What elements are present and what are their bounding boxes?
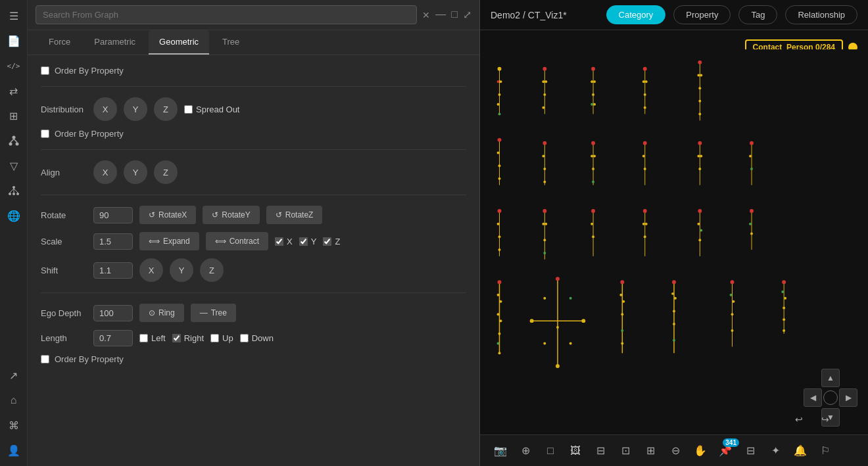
user-icon[interactable]: 👤 xyxy=(3,440,24,461)
svg-point-140 xyxy=(730,294,733,296)
tab-geometric[interactable]: Geometric xyxy=(149,30,209,55)
search-input[interactable] xyxy=(36,5,417,24)
rotate-row: Rotate 90 ↺ RotateX ↺ RotateY ↺ RotateZ xyxy=(41,206,466,224)
align-x-btn[interactable]: X xyxy=(93,160,117,184)
length-up-label: Up xyxy=(222,333,233,343)
menu-icon[interactable]: ☰ xyxy=(3,5,24,26)
distribution-y-btn[interactable]: Y xyxy=(124,97,147,121)
svg-point-126 xyxy=(619,294,622,296)
expand-btn[interactable]: ⟺ Expand xyxy=(139,232,199,250)
svg-point-111 xyxy=(497,342,500,345)
order-by-property-checkbox-2[interactable] xyxy=(41,129,49,138)
arrows-icon[interactable]: ⇄ xyxy=(3,80,24,101)
svg-point-53 xyxy=(542,154,544,157)
scale-x-check: X xyxy=(275,237,293,246)
expand-icon[interactable]: ⤢ xyxy=(463,9,471,21)
scale-z-checkbox[interactable] xyxy=(323,237,331,246)
length-right-checkbox[interactable] xyxy=(172,334,181,342)
order-by-property-checkbox-1[interactable] xyxy=(41,66,49,75)
tab-parametric[interactable]: Parametric xyxy=(84,30,146,55)
scale-input[interactable]: 1.5 xyxy=(93,233,133,250)
ego-depth-input[interactable]: 100 xyxy=(93,305,133,321)
shift-y-btn[interactable]: Y xyxy=(170,258,193,282)
graph-tab-tag[interactable]: Tag xyxy=(738,5,777,24)
length-down-checkbox[interactable] xyxy=(240,334,249,342)
graph-tab-category[interactable]: Category xyxy=(606,5,666,24)
rotate-y-btn[interactable]: ↺ RotateY xyxy=(203,206,259,224)
flag-btn[interactable]: ⚐ xyxy=(815,441,835,461)
rotate-input[interactable]: 90 xyxy=(93,207,133,223)
shift-input[interactable]: 1.1 xyxy=(93,262,133,279)
hierarchy-icon[interactable] xyxy=(3,130,24,151)
graph-tab-relationship[interactable]: Relationship xyxy=(785,5,857,24)
length-input[interactable]: 0.7 xyxy=(93,330,133,346)
order-by-property-checkbox-3[interactable] xyxy=(41,355,49,363)
svg-point-49 xyxy=(498,164,501,167)
svg-point-65 xyxy=(644,168,646,170)
grid-icon[interactable]: ⊞ xyxy=(3,105,24,126)
camera-btn[interactable]: 📷 xyxy=(491,441,510,461)
ring-btn[interactable]: ⊙ Ring xyxy=(139,304,184,322)
svg-point-81 xyxy=(542,209,546,213)
nav-up-btn[interactable]: ▲ xyxy=(821,369,840,387)
svg-point-143 xyxy=(731,329,734,332)
filter-icon[interactable]: ▽ xyxy=(3,155,24,176)
network-icon[interactable] xyxy=(3,180,24,201)
tab-force[interactable]: Force xyxy=(38,30,81,55)
target-btn[interactable]: ⊕ xyxy=(516,441,535,461)
image-btn[interactable]: 🖼 xyxy=(566,441,585,461)
scatter-btn[interactable]: ✦ xyxy=(765,441,785,461)
pin-badge: 341 xyxy=(723,438,739,447)
length-left-checkbox[interactable] xyxy=(139,334,148,342)
length-up-checkbox[interactable] xyxy=(210,334,219,342)
align-y-btn[interactable]: Y xyxy=(124,160,147,184)
crop-btn[interactable]: ⊡ xyxy=(615,441,635,461)
svg-point-122 xyxy=(569,342,572,345)
rotate-right-btn[interactable]: ↪ xyxy=(815,409,835,429)
align-z-btn[interactable]: Z xyxy=(154,160,178,184)
svg-point-120 xyxy=(569,297,572,300)
svg-point-34 xyxy=(643,67,647,71)
order-by-property-label-1: Order By Property xyxy=(55,66,124,76)
minimize-icon[interactable]: — xyxy=(435,9,446,21)
svg-point-103 xyxy=(750,232,753,235)
svg-point-16 xyxy=(500,80,502,83)
shift-x-btn[interactable]: X xyxy=(139,258,163,282)
shift-z-btn[interactable]: Z xyxy=(200,258,224,282)
zoom-btn[interactable]: ⊖ xyxy=(665,441,685,461)
pin-btn[interactable]: 📌 341 xyxy=(715,441,735,461)
rotate-x-btn[interactable]: ↺ RotateX xyxy=(139,206,196,224)
add-btn[interactable]: ⊞ xyxy=(640,441,660,461)
graph-tab-property[interactable]: Property xyxy=(673,5,731,24)
document-icon[interactable]: 📄 xyxy=(3,30,24,51)
length-down-check: Down xyxy=(240,333,274,343)
resize-btn[interactable]: ⊟ xyxy=(591,441,610,461)
search-bar: ✕ — □ ⤢ xyxy=(28,0,479,30)
svg-point-139 xyxy=(731,280,735,284)
svg-point-119 xyxy=(543,297,546,300)
nav-left-btn[interactable]: ◀ xyxy=(804,388,822,407)
home-icon[interactable]: ⌂ xyxy=(3,390,24,411)
select-btn[interactable]: □ xyxy=(541,441,560,461)
distribution-x-btn[interactable]: X xyxy=(93,97,117,121)
window-btn[interactable]: ⊟ xyxy=(740,441,760,461)
bell-btn[interactable]: 🔔 xyxy=(790,441,810,461)
contract-btn[interactable]: ⟺ Contract xyxy=(206,232,268,250)
tree-btn[interactable]: — Tree xyxy=(191,304,236,322)
globe-icon[interactable]: 🌐 xyxy=(3,205,24,226)
tab-tree[interactable]: Tree xyxy=(212,30,250,55)
restore-icon[interactable]: □ xyxy=(451,9,458,21)
svg-point-72 xyxy=(750,141,754,145)
command-icon[interactable]: ⌘ xyxy=(3,415,24,436)
rotate-left-btn[interactable]: ↩ xyxy=(789,409,809,429)
search-clear-icon[interactable]: ✕ xyxy=(422,10,430,20)
spread-out-checkbox[interactable] xyxy=(184,105,193,114)
distribution-z-btn[interactable]: Z xyxy=(154,97,178,121)
nav-right-btn[interactable]: ▶ xyxy=(839,388,857,407)
export-icon[interactable]: ↗ xyxy=(3,365,24,386)
scale-y-checkbox[interactable] xyxy=(299,237,308,246)
pan-btn[interactable]: ✋ xyxy=(690,441,710,461)
code-icon[interactable]: </> xyxy=(3,55,24,76)
rotate-z-btn[interactable]: ↺ RotateZ xyxy=(266,206,323,224)
scale-x-checkbox[interactable] xyxy=(275,237,283,246)
